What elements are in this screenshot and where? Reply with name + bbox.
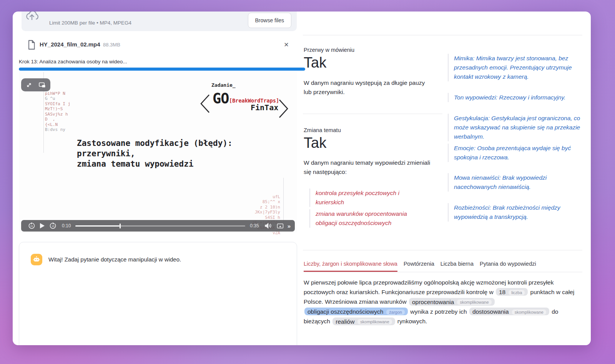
seek-bar[interactable] [75, 223, 245, 228]
play-button[interactable] [40, 223, 45, 229]
annotation-word: obligacji oszczędnościowych [308, 308, 383, 315]
video-task-label: Zadanie_ [211, 82, 236, 88]
analysis-pane: Przerwy w mówieniu Tak W danym nagraniu … [303, 12, 582, 345]
glitch-line: S4SI h [252, 215, 280, 220]
progress-bar-fill [19, 68, 305, 71]
observation-quote: Emocje: Osoba prezentująca wydaje się by… [448, 144, 582, 162]
observation-quote: Mimika: Mimika twarzy jest stonowana, be… [448, 54, 582, 81]
file-upload-dropzone[interactable]: Limit 200MB per file • MP4, MPEG4 Browse… [22, 12, 297, 31]
annotation-tag: skomplikowane [357, 319, 392, 324]
annotation-skomplikowane: dostosowaniaskomplikowane [469, 308, 549, 315]
chat-panel: Witaj! Zadaj pytanie dotyczące manipulac… [19, 242, 297, 345]
total-time: 0:35 [250, 223, 259, 228]
glitch-line: G ^u [45, 96, 70, 101]
topic-quote: zmiana warunków oprocentowania obligacji… [309, 209, 425, 228]
annotation-skomplikowane: oprocentowaniaskomplikowane [409, 298, 495, 306]
logo-angle-right-icon [279, 99, 289, 118]
video-caption-line: przerywniki, [77, 149, 233, 159]
annotation-liczba: 18liczba [496, 288, 528, 296]
fullscreen-button[interactable] [26, 82, 32, 88]
observation-quote: Rozbieżności: Brak rozbieżności między w… [448, 203, 582, 222]
video-caption-line: zmiana tematu wypowiedzi [77, 159, 233, 169]
metric-label-topic-change: Zmiana tematu [304, 127, 341, 133]
metric-caption-topic-change: W danym nagraniu tematy wypowiedzi zmien… [304, 158, 430, 177]
glitch-line: MzT!)~S [45, 106, 70, 112]
picture-in-picture-button[interactable] [39, 82, 46, 88]
chat-message: Witaj! Zadaj pytanie dotyczące manipulac… [48, 256, 181, 263]
robot-icon [33, 256, 40, 263]
video-caption-line: Zastosowane modyfikacje (błędy): [77, 138, 233, 149]
skip-back-15-button[interactable]: 15 [28, 222, 35, 229]
annotation-word: oprocentowania [412, 298, 454, 305]
file-size: 88.3MB [103, 42, 120, 48]
annotation-word: 18 [499, 289, 505, 295]
volume-button[interactable] [264, 223, 272, 229]
metric-label-pauses: Przerwy w mówieniu [304, 47, 354, 53]
seek-playhead[interactable] [120, 223, 121, 228]
annotation-word: realiów [336, 318, 354, 324]
observation-quote: Gestykulacja: Gestykulacja jest ogranicz… [448, 114, 582, 141]
annotation-skomplikowane: realiówskomplikowane [332, 318, 395, 325]
tab-bar: Liczby, żargon i skomplikowane słowaPowt… [304, 260, 582, 272]
glitch-line: pihW*P N [45, 91, 70, 96]
video-glitch-divider-right [283, 178, 284, 226]
annotation-tag: skomplikowane [457, 299, 491, 305]
skip-forward-15-button[interactable]: 15 [50, 222, 57, 229]
divider [303, 35, 582, 35]
file-name: HY_2024_film_02.mp4 [40, 41, 100, 48]
annotation-tag: skomplikowane [512, 309, 546, 315]
video-overlay-toolbar [21, 78, 50, 91]
metric-caption-pauses: W danym nagraniu występują za długie pau… [304, 78, 430, 97]
logo-angle-left-icon [200, 94, 210, 113]
logo-go-text: GO [213, 90, 229, 107]
browse-files-button[interactable]: Browse files [248, 13, 291, 28]
tab[interactable]: Liczby, żargon i skomplikowane słowa [304, 261, 397, 272]
tab[interactable]: Liczba bierna [440, 261, 474, 272]
annotation-żargon: obligacji oszczędnościowychżargon [304, 308, 408, 315]
divider [303, 250, 582, 250]
upload-cloud-icon [25, 12, 39, 23]
cast-button[interactable] [277, 223, 284, 229]
remove-file-button[interactable]: ✕ [281, 40, 291, 50]
file-icon [28, 40, 35, 50]
glitch-line: z 2 10)n [252, 205, 280, 210]
glitch-line: 85;^^ x [252, 199, 280, 205]
video-controls-bar: 15 15 0:10 0:35 [21, 220, 295, 232]
video-caption: Zastosowane modyfikacje (błędy):przerywn… [77, 138, 233, 169]
metric-value-topic-change: Tak [304, 135, 326, 151]
tab[interactable]: Pytania do wypowiedzi [480, 261, 536, 272]
annotation-tag: liczba [509, 290, 525, 295]
current-time: 0:10 [62, 223, 71, 228]
upload-limit-text: Limit 200MB per file • MP4, MPEG4 [49, 20, 131, 26]
uploaded-file-row: HY_2024_film_02.mp4 88.3MB ✕ [22, 38, 297, 52]
progress-step-label: Krok 13: Analiza zachowania osoby na wid… [19, 59, 127, 65]
svg-text:15: 15 [52, 225, 55, 227]
glitch-line: {<L.N [45, 122, 70, 127]
glitch-line: B:dvs ny [45, 127, 70, 132]
observation-quote: Mowa nienawiści: Brak wypowiedzi nacecho… [448, 173, 582, 192]
app-card: Limit 200MB per file • MP4, MPEG4 Browse… [13, 12, 591, 345]
seek-fill [75, 225, 120, 227]
glitch-line: ufL [252, 194, 280, 200]
glitch-line: SYOIfa I j [45, 101, 70, 107]
video-player[interactable]: pihW*P NG ^uSYOIfa I jMzT!)~SSASvj%z hD … [19, 72, 297, 233]
divider [303, 114, 442, 114]
assistant-avatar [31, 254, 42, 265]
tab[interactable]: Powtórzenia [404, 261, 434, 272]
progress-bar [19, 68, 305, 71]
annotation-tag: żargon [386, 309, 405, 315]
glitch-line: D , [45, 117, 70, 122]
glitch-line: SASvj%z h [45, 112, 70, 117]
more-controls-button[interactable]: » [288, 223, 290, 229]
svg-text:15: 15 [30, 225, 33, 227]
logo-fintax-text: FinTax [251, 103, 278, 112]
annotation-word: dostosowania [472, 308, 509, 315]
observation-quote: Ton wypowiedzi: Rzeczowy i informacyjny. [448, 93, 582, 102]
topic-quote: kontrola przesyłek pocztowych i kuriersk… [309, 189, 425, 207]
annotated-paragraph: W pierwszej połowie lipca przeprowadzili… [304, 278, 581, 327]
glitch-line: JKx|7yF3ly [252, 210, 280, 215]
metric-value-pauses: Tak [304, 55, 326, 71]
